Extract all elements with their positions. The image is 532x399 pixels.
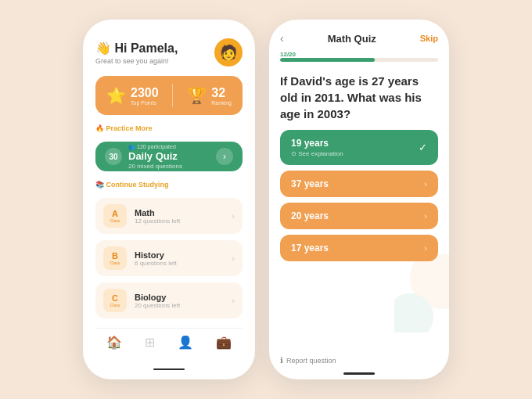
answer-card-17[interactable]: 17 years › (280, 235, 438, 261)
subject-questions-history: 6 questions left (135, 260, 224, 267)
home-indicator (153, 368, 185, 370)
nav-bag-icon[interactable]: 💼 (216, 335, 232, 350)
subject-info-history: History 6 questions left (135, 250, 224, 267)
answer-text-2: 37 years (291, 178, 424, 189)
report-text[interactable]: Report question (286, 357, 336, 365)
avatar: 🧑 (214, 38, 243, 66)
wave-emoji: 👋 (95, 41, 111, 55)
subject-questions-biology: 20 questions left (135, 302, 224, 309)
subject-arrow-history: › (232, 253, 235, 263)
left-phone: 👋 Hi Pamela, Great to see you again! 🧑 ⭐… (83, 20, 255, 379)
stat-points: ⭐ 2300 Top Points (106, 86, 159, 106)
answer-card-correct[interactable]: 19 years ⊙ See explanation ✓ (280, 130, 438, 165)
answer-text-3: 20 years (291, 210, 424, 221)
answer-content-2: 37 years (291, 178, 424, 189)
subjects-list: A Class Math 12 questions left › B Class… (95, 198, 243, 318)
subject-name-math: Math (135, 208, 224, 217)
answer-arrow-3: › (424, 211, 427, 221)
trophy-icon: 🏆 (187, 86, 207, 105)
answer-card-20[interactable]: 20 years › (280, 203, 438, 229)
subject-name-history: History (135, 250, 224, 260)
skip-button[interactable]: Skip (420, 34, 438, 43)
stats-card: ⭐ 2300 Top Points 🏆 32 Ranking (95, 76, 243, 115)
progress-container: 12/20 (269, 49, 449, 65)
report-icon: ℹ (280, 356, 283, 365)
progress-fill (280, 58, 375, 62)
subject-badge-c: C Class (103, 289, 127, 312)
star-icon: ⭐ (106, 86, 126, 105)
app-container: 👋 Hi Pamela, Great to see you again! 🧑 ⭐… (83, 20, 449, 379)
greeting-subtitle: Great to see you again! (95, 57, 178, 65)
answer-content-3: 20 years (291, 210, 424, 221)
answer-content-4: 17 years (291, 243, 424, 253)
nav-home-icon[interactable]: 🏠 (106, 335, 122, 350)
daily-quiz-card[interactable]: 30 👥 120 participated Daily Quiz 20 mixe… (95, 142, 243, 171)
explanation-text: ⊙ See explanation (291, 150, 419, 157)
answers-section: 19 years ⊙ See explanation ✓ 37 years › … (269, 130, 449, 350)
quiz-participants: 👥 120 participated (128, 144, 182, 150)
greeting-name: Hi Pamela, (114, 41, 178, 55)
answer-arrow-4: › (424, 243, 427, 253)
progress-label: 12/20 (280, 51, 438, 58)
points-value: 2300 (131, 86, 159, 100)
continue-label: 📚 Continue Studying (95, 181, 243, 189)
subject-questions-math: 12 questions left (135, 217, 224, 225)
progress-track (280, 58, 438, 62)
quiz-title: Math Quiz (328, 33, 376, 45)
answer-content-1: 19 years ⊙ See explanation (291, 138, 419, 157)
subject-card-math[interactable]: A Class Math 12 questions left › (95, 198, 243, 234)
answer-text-4: 17 years (291, 243, 424, 253)
check-icon: ✓ (419, 142, 427, 153)
ranking-value: 32 (211, 86, 232, 100)
answer-text-1: 19 years (291, 138, 419, 149)
points-label: Top Points (131, 100, 159, 106)
subject-info-biology: Biology 20 questions left (135, 293, 224, 309)
quiz-number: 30 (105, 148, 122, 165)
quiz-arrow-icon: › (216, 148, 233, 165)
quiz-header: ‹ Math Quiz Skip (269, 20, 449, 49)
ranking-label: Ranking (211, 100, 232, 106)
subject-arrow-math: › (232, 211, 235, 221)
right-phone: ‹ Math Quiz Skip 12/20 If David's age is… (269, 20, 449, 379)
home-indicator-right (343, 372, 375, 375)
practice-label: 🔥 Practice More (95, 124, 243, 132)
question-text: If David's age is 27 years old in 2011. … (269, 65, 449, 130)
quiz-subtitle: 20 mixed questions (128, 163, 182, 170)
nav-user-icon[interactable]: 👤 (178, 335, 193, 350)
stat-ranking: 🏆 32 Ranking (187, 86, 232, 106)
nav-grid-icon[interactable]: ⊞ (145, 335, 155, 350)
subject-arrow-biology: › (232, 296, 235, 305)
greeting-hi: 👋 Hi Pamela, (95, 41, 178, 56)
back-button[interactable]: ‹ (280, 32, 284, 45)
bottom-nav: 🏠 ⊞ 👤 💼 (95, 328, 243, 354)
subject-name-biology: Biology (135, 293, 224, 302)
subject-card-history[interactable]: B Class History 6 questions left › (95, 240, 243, 276)
stat-divider (172, 84, 173, 107)
answer-card-37[interactable]: 37 years › (280, 171, 438, 197)
subject-badge-b: B Class (103, 246, 127, 270)
subject-badge-a: A Class (103, 204, 127, 228)
greeting-section: 👋 Hi Pamela, Great to see you again! 🧑 (95, 38, 243, 66)
report-section: ℹ Report question (269, 350, 449, 368)
quiz-title: Daily Quiz (128, 150, 182, 162)
subject-card-biology[interactable]: C Class Biology 20 questions left › (95, 282, 243, 318)
answer-arrow-2: › (424, 179, 427, 189)
subject-info-math: Math 12 questions left (135, 208, 224, 225)
